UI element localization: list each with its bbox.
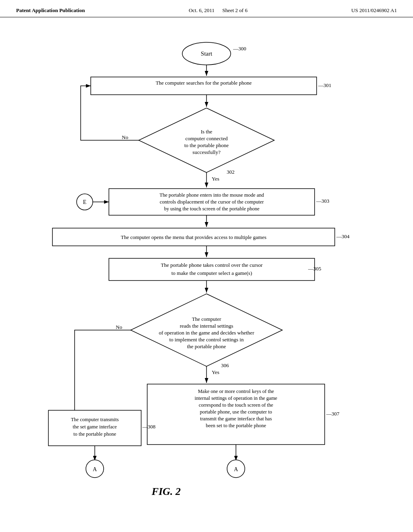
svg-text:to implement the control setti: to implement the control settings in [169,337,244,343]
header-right: US 2011/0246902 A1 [351,7,397,14]
svg-text:by using the touch screen of t: by using the touch screen of the portabl… [164,206,260,212]
svg-text:to the portable phone: to the portable phone [184,142,229,148]
page-header: Patent Application Publication Oct. 6, 2… [0,0,413,17]
svg-text:—304: —304 [336,233,350,239]
svg-text:the set game interface: the set game interface [73,424,117,430]
svg-text:of operation in the game and d: of operation in the game and decides whe… [159,330,254,336]
svg-text:been set to the portable phone: been set to the portable phone [206,423,266,428]
svg-text:—308: —308 [142,424,156,430]
svg-text:—300: —300 [233,46,246,52]
svg-text:Is the: Is the [201,129,213,135]
header-center: Oct. 6, 2011 Sheet 2 of 6 [189,7,248,14]
diagram-area: Start —300 The computer searches for the… [0,21,413,513]
sheet-info: Sheet 2 of 6 [222,7,247,13]
publication-date: Oct. 6, 2011 [189,7,215,13]
svg-text:transmit the game interface th: transmit the game interface that has [200,416,272,422]
flowchart-svg: Start —300 The computer searches for the… [0,21,413,513]
svg-text:E: E [83,199,87,205]
svg-text:The portable phone enters into: The portable phone enters into the mouse… [160,192,265,198]
svg-text:controls displacement of the c: controls displacement of the cursor of t… [160,199,264,205]
svg-text:—307: —307 [326,411,340,417]
svg-text:the portable phone: the portable phone [187,343,226,349]
patent-publication-label: Patent Application Publication [16,7,85,13]
header-left: Patent Application Publication [16,7,85,14]
svg-text:to the portable phone: to the portable phone [73,431,116,437]
svg-text:—303: —303 [316,198,330,204]
svg-text:The computer searches for the : The computer searches for the portable p… [156,80,252,86]
svg-text:FIG. 2: FIG. 2 [151,486,181,497]
svg-text:A: A [234,466,238,472]
svg-text:successfully?: successfully? [192,149,221,155]
svg-text:306: 306 [221,362,229,368]
svg-text:The computer opens the menu th: The computer opens the menu that provide… [121,234,266,240]
svg-text:Yes: Yes [212,176,219,182]
svg-text:internal settings of operation: internal settings of operation in the ga… [195,395,277,401]
svg-text:The computer transmits: The computer transmits [71,417,119,422]
svg-text:correspond to the touch screen: correspond to the touch screen of the [199,402,273,408]
svg-text:A: A [93,466,97,472]
svg-text:302: 302 [227,169,235,175]
svg-text:No: No [116,324,122,330]
svg-text:to make the computer select a : to make the computer select a game(s) [171,270,252,276]
svg-text:Make one or more control keys : Make one or more control keys of the [198,389,274,394]
patent-number: US 2011/0246902 A1 [351,7,397,13]
svg-text:computer connected: computer connected [185,135,228,141]
svg-text:No: No [122,134,128,140]
svg-text:—305: —305 [308,266,321,272]
svg-text:portable phone, use the comput: portable phone, use the computer to [200,409,272,415]
svg-text:The computer: The computer [192,316,221,322]
svg-text:—301: —301 [318,82,332,88]
svg-text:reads the internal settings: reads the internal settings [180,323,234,329]
svg-text:The portable phone takes contr: The portable phone takes control over th… [161,262,263,268]
svg-text:Yes: Yes [212,369,219,375]
svg-text:Start: Start [201,50,213,57]
